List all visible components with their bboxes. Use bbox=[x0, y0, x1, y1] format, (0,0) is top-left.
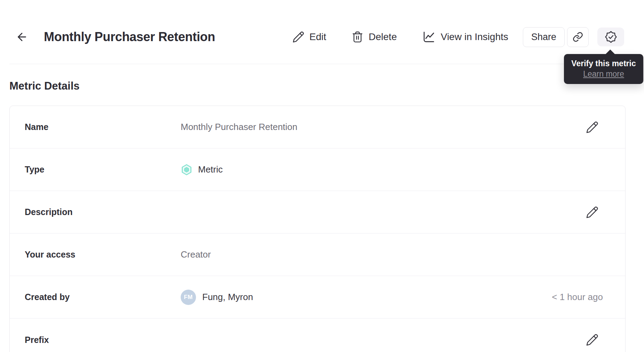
metric-details-card: Name Monthly Purchaser Retention Type bbox=[9, 106, 626, 352]
type-label: Type bbox=[25, 164, 181, 175]
name-value: Monthly Purchaser Retention bbox=[181, 122, 586, 132]
trash-icon bbox=[351, 31, 364, 43]
view-in-insights-label: View in Insights bbox=[441, 31, 508, 43]
type-value: Metric bbox=[181, 164, 603, 176]
pencil-icon bbox=[586, 333, 599, 346]
access-label: Your access bbox=[25, 250, 181, 260]
arrow-left-icon bbox=[16, 31, 28, 43]
detail-row-name: Name Monthly Purchaser Retention bbox=[10, 106, 625, 148]
section-title: Metric Details bbox=[9, 80, 80, 92]
verify-tooltip-title: Verify this metric bbox=[567, 59, 640, 69]
line-chart-icon bbox=[422, 30, 436, 44]
pencil-icon bbox=[292, 31, 305, 43]
creator-name: Fung, Myron bbox=[202, 292, 253, 303]
header: Monthly Purchaser Retention Edit bbox=[0, 0, 644, 64]
edit-button[interactable]: Edit bbox=[292, 31, 326, 43]
pencil-icon bbox=[586, 121, 599, 134]
pencil-icon bbox=[586, 206, 599, 219]
access-value: Creator bbox=[181, 249, 603, 260]
verify-tooltip: Verify this metric Learn more bbox=[564, 54, 643, 84]
created-by-value: FM Fung, Myron bbox=[181, 290, 552, 305]
avatar: FM bbox=[181, 290, 196, 305]
created-by-label: Created by bbox=[25, 292, 181, 302]
detail-row-prefix: Prefix bbox=[10, 319, 625, 352]
detail-row-description: Description bbox=[10, 191, 625, 234]
share-button[interactable]: Share bbox=[523, 27, 565, 47]
edit-prefix-button[interactable] bbox=[586, 333, 599, 346]
copy-link-button[interactable] bbox=[567, 27, 589, 47]
verified-badge-icon bbox=[604, 30, 618, 44]
share-label: Share bbox=[531, 32, 556, 43]
edit-name-button[interactable] bbox=[586, 121, 599, 134]
detail-row-type: Type Metric bbox=[10, 148, 625, 191]
prefix-label: Prefix bbox=[25, 335, 181, 345]
detail-row-access: Your access Creator bbox=[10, 234, 625, 276]
detail-row-created-by: Created by FM Fung, Myron < 1 hour ago bbox=[10, 276, 625, 319]
learn-more-link[interactable]: Learn more bbox=[583, 69, 624, 79]
page-title: Monthly Purchaser Retention bbox=[44, 30, 215, 44]
metric-hexagon-icon bbox=[181, 164, 193, 176]
delete-button[interactable]: Delete bbox=[351, 31, 397, 43]
description-label: Description bbox=[25, 207, 181, 217]
edit-label: Edit bbox=[309, 31, 326, 43]
view-in-insights-button[interactable]: View in Insights bbox=[422, 30, 508, 44]
edit-description-button[interactable] bbox=[586, 206, 599, 219]
share-button-group: Share bbox=[523, 27, 589, 47]
metric-details-page: Monthly Purchaser Retention Edit bbox=[0, 0, 644, 352]
type-text: Metric bbox=[198, 164, 223, 175]
back-button[interactable] bbox=[15, 30, 29, 44]
name-label: Name bbox=[25, 122, 181, 132]
delete-label: Delete bbox=[369, 31, 397, 43]
verify-metric-button[interactable] bbox=[597, 28, 624, 46]
created-timestamp: < 1 hour ago bbox=[552, 292, 603, 303]
header-actions: Edit Delete bbox=[292, 27, 624, 47]
link-icon bbox=[572, 31, 583, 43]
